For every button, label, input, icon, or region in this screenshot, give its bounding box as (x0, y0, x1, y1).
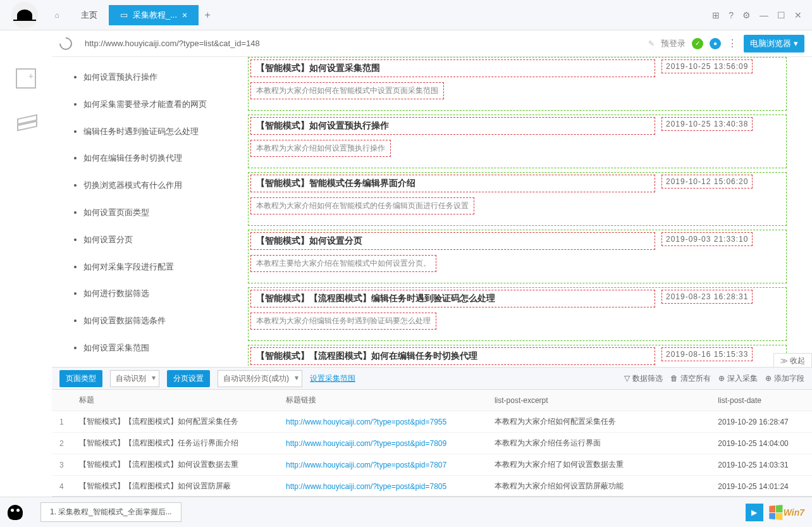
clear-button[interactable]: 🗑清空所有 (670, 373, 711, 384)
layers-icon[interactable] (17, 114, 35, 132)
tab-home[interactable]: 主页 (70, 5, 109, 25)
gift-icon[interactable]: ⊞ (712, 10, 720, 20)
new-tab-button[interactable]: + (199, 6, 216, 24)
status-green-icon[interactable]: ✓ (692, 38, 703, 49)
post-date: 2019-10-12 15:06:20 (661, 175, 753, 189)
cell-title: 【智能模式】【流程图模式】如何设置数据去重 (71, 454, 278, 476)
cell-link[interactable]: http://www.houyicaiji.com/?type=post&pid… (278, 411, 487, 433)
column-header[interactable]: 标题链接 (278, 390, 487, 411)
post-date: 2019-08-23 16:28:31 (661, 290, 753, 304)
cell-title: 【智能模式】【流程图模式】如何配置采集任务 (71, 411, 278, 433)
close-icon[interactable]: × (182, 10, 187, 20)
auto-detect-select[interactable]: 自动识别 (110, 370, 159, 387)
pre-login-button[interactable]: 预登录 (661, 38, 686, 49)
tab-active[interactable]: ▭ 采集教程_... × (109, 5, 199, 25)
post-date: 2019-09-03 21:33:10 (661, 232, 753, 246)
sidebar-item[interactable]: 如何在编辑任务时切换代理 (83, 152, 229, 165)
browser-mode-button[interactable]: 电脑浏览器▾ (744, 35, 804, 53)
title-bar: ⌂ 主页 ▭ 采集教程_... × + ⊞ ? ⚙ — ☐ ✕ (0, 0, 812, 30)
content: 【智能模式】如何设置采集范围2019-10-25 13:56:09本教程为大家介… (242, 57, 812, 366)
post-item: 【智能模式】智能模式任务编辑界面介绍2019-10-12 15:06:20本教程… (248, 172, 787, 226)
tab-label: 采集教程_... (133, 9, 177, 21)
sidebar-item[interactable]: 如何设置分页 (83, 233, 229, 247)
row-index: 2 (52, 433, 71, 454)
cell-excerpt: 本教程为大家介绍如何配置采集任务 (487, 411, 710, 433)
trash-icon: 🗑 (670, 374, 678, 383)
column-header[interactable]: list-post-date (710, 390, 812, 411)
sidebar-item[interactable]: 切换浏览器模式有什么作用 (83, 179, 229, 192)
sidebar-item[interactable]: 如何设置采集范围 (83, 342, 229, 355)
sidebar-item[interactable]: 如何采集需要登录才能查看的网页 (83, 98, 229, 111)
post-excerpt: 本教程为大家介绍如何设置预执行操作 (250, 140, 391, 157)
maximize-button[interactable]: ☐ (777, 10, 785, 20)
plus-icon: ⊕ (765, 374, 772, 383)
cell-title: 【智能模式】【流程图模式】任务运行界面介绍 (71, 433, 278, 454)
sidebar-item[interactable]: 如何进行数据筛选 (83, 287, 229, 301)
filter-button[interactable]: ▽数据筛选 (624, 373, 663, 384)
cell-title: 【智能模式】【流程图模式】如何设置防屏蔽 (71, 476, 278, 497)
more-icon[interactable]: ⋮ (727, 37, 737, 49)
column-header[interactable]: 标题 (71, 390, 278, 411)
add-field-button[interactable]: ⊕添加字段 (765, 373, 804, 384)
post-title[interactable]: 【智能模式】【流程图模式】编辑任务时遇到验证码怎么处理 (250, 290, 655, 307)
new-file-icon[interactable] (16, 68, 36, 89)
help-icon[interactable]: ? (729, 10, 734, 20)
row-index: 3 (52, 454, 71, 476)
gear-icon[interactable]: ⚙ (742, 10, 751, 20)
post-title[interactable]: 【智能模式】智能模式任务编辑界面介绍 (250, 175, 655, 192)
minimize-button[interactable]: — (760, 10, 768, 20)
sidebar-item[interactable]: 如何设置数据筛选条件 (83, 314, 229, 328)
post-date: 2019-08-16 15:15:33 (661, 347, 753, 361)
cell-link[interactable]: http://www.houyicaiji.com/?type=post&pid… (278, 433, 487, 454)
play-button[interactable]: ▶ (746, 504, 763, 521)
post-title[interactable]: 【智能模式】如何设置分页 (250, 232, 655, 250)
table-row[interactable]: 1【智能模式】【流程图模式】如何配置采集任务http://www.houyica… (52, 411, 812, 433)
avatar[interactable] (11, 2, 38, 28)
post-title[interactable]: 【智能模式】如何设置预执行操作 (250, 117, 655, 135)
post-date: 2019-10-25 13:56:09 (661, 59, 753, 73)
win7-logo: Win7 (768, 505, 804, 519)
bottom-bar: 1. 采集教程_智能模式_全面掌握后... ▶ Win7 (0, 497, 812, 527)
table-row[interactable]: 4【智能模式】【流程图模式】如何设置防屏蔽http://www.houyicai… (52, 476, 812, 497)
close-button[interactable]: ✕ (794, 10, 802, 20)
filter-icon: ▽ (624, 374, 630, 383)
cell-date: 2019-10-25 14:04:00 (710, 433, 812, 454)
post-title[interactable]: 【智能模式】如何设置采集范围 (250, 59, 655, 77)
sidebar-item[interactable]: 如何设置预执行操作 (83, 71, 229, 84)
post-item: 【智能模式】如何设置分页2019-09-03 21:33:10本教程主要给大家介… (248, 230, 787, 283)
post-item: 【智能模式】如何设置预执行操作2019-10-25 13:40:38本教程为大家… (248, 115, 787, 168)
page-type-button[interactable]: 页面类型 (59, 370, 102, 387)
status-blue-icon[interactable]: ● (710, 38, 721, 49)
sidebar-item[interactable]: 如何对采集字段进行配置 (83, 261, 229, 274)
post-excerpt: 本教程为大家介绍如何在智能模式的任务编辑页面进行任务设置 (250, 197, 474, 214)
toolbar: 页面类型 自动识别 分页设置 自动识别分页(成功) 设置采集范围 ▽数据筛选 🗑… (52, 367, 812, 390)
row-index: 4 (52, 476, 71, 497)
set-scope-link[interactable]: 设置采集范围 (310, 373, 355, 384)
reload-icon[interactable] (57, 34, 75, 52)
post-title[interactable]: 【智能模式】【流程图模式】如何在编辑任务时切换代理 (250, 347, 655, 365)
sidebar-item[interactable]: 如何设置页面类型 (83, 206, 229, 220)
sidebar-item[interactable]: 编辑任务时遇到验证码怎么处理 (83, 125, 229, 139)
url-input[interactable]: http://www.houyicaiji.com/?type=list&cat… (78, 35, 642, 53)
cell-excerpt: 本教程为大家介绍任务运行界面 (487, 433, 710, 454)
cell-link[interactable]: http://www.houyicaiji.com/?type=post&pid… (278, 476, 487, 497)
qq-icon[interactable] (8, 505, 23, 520)
cell-link[interactable]: http://www.houyicaiji.com/?type=post&pid… (278, 454, 487, 476)
deep-button[interactable]: ⊕深入采集 (718, 373, 758, 384)
table-row[interactable]: 2【智能模式】【流程图模式】任务运行界面介绍http://www.houyica… (52, 433, 812, 454)
row-index: 1 (52, 411, 71, 433)
paging-auto-select[interactable]: 自动识别分页(成功) (218, 370, 302, 387)
column-header[interactable]: list-post-excerpt (487, 390, 710, 411)
home-icon[interactable]: ⌂ (48, 6, 66, 24)
post-excerpt: 本教程为大家介绍编辑任务时遇到验证码要怎么处理 (250, 313, 436, 330)
cell-excerpt: 本教程为大家介绍了如何设置数据去重 (487, 454, 710, 476)
table-row[interactable]: 3【智能模式】【流程图模式】如何设置数据去重http://www.houyica… (52, 454, 812, 476)
bottom-tab[interactable]: 1. 采集教程_智能模式_全面掌握后... (40, 502, 181, 522)
window-controls: ⊞ ? ⚙ — ☐ ✕ (707, 10, 807, 20)
post-excerpt: 本教程主要给大家介绍在智能模式中如何设置分页。 (250, 255, 436, 272)
main-area: 如何设置预执行操作如何采集需要登录才能查看的网页编辑任务时遇到验证码怎么处理如何… (52, 57, 812, 366)
edit-icon[interactable]: ✎ (648, 39, 655, 48)
cell-date: 2019-10-25 14:01:24 (710, 476, 812, 497)
paging-set-button[interactable]: 分页设置 (167, 370, 210, 387)
sidebar: 如何设置预执行操作如何采集需要登录才能查看的网页编辑任务时遇到验证码怎么处理如何… (52, 57, 242, 366)
